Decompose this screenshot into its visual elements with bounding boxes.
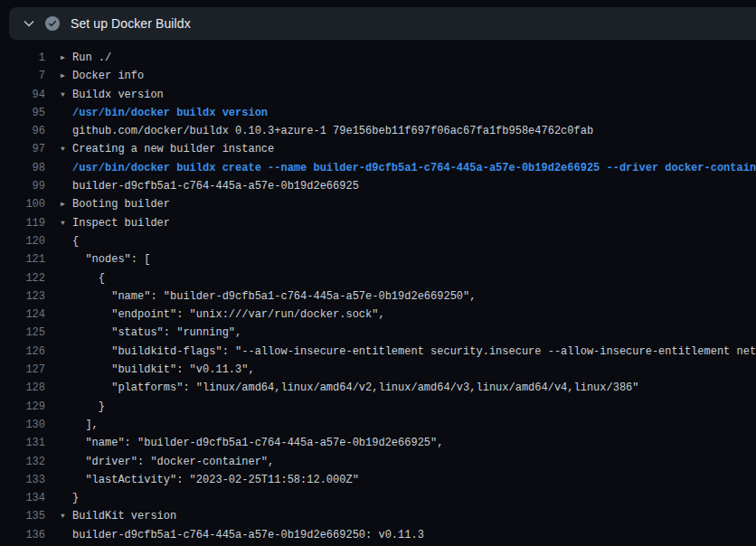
line-number[interactable]: 100	[0, 195, 45, 213]
caret-icon	[61, 489, 72, 507]
log-line: 125 "status": "running",	[0, 324, 756, 342]
log-text: {	[72, 269, 105, 287]
log-text: "driver": "docker-container",	[72, 453, 274, 471]
line-number[interactable]: 126	[0, 343, 45, 361]
log-viewer: Set up Docker Buildx 1 ▶ Run ./ 7 ▶ Dock…	[0, 7, 756, 544]
caret-icon	[61, 434, 72, 452]
line-number[interactable]: 129	[0, 398, 45, 416]
caret-icon	[61, 177, 72, 195]
line-number[interactable]: 121	[0, 250, 45, 268]
line-number[interactable]: 131	[0, 434, 45, 452]
caret-icon: ▶	[61, 67, 72, 85]
log-text: builder-d9cfb5a1-c764-445a-a57e-0b19d2e6…	[72, 177, 359, 195]
caret-icon	[61, 453, 72, 471]
line-number[interactable]: 96	[0, 122, 45, 140]
log-text: Inspect builder	[72, 214, 170, 232]
caret-icon	[61, 232, 72, 250]
log-text: Creating a new builder instance	[72, 140, 274, 158]
log-line: 127 "buildkit": "v0.11.3",	[0, 361, 756, 379]
line-number[interactable]: 122	[0, 269, 45, 287]
line-number[interactable]: 94	[0, 86, 45, 104]
log-text: builder-d9cfb5a1-c764-445a-a57e-0b19d2e6…	[72, 526, 424, 544]
line-number[interactable]: 132	[0, 453, 45, 471]
caret-icon	[61, 416, 72, 434]
log-group-header[interactable]: 1 ▶ Run ./	[0, 49, 756, 67]
log-text: "name": "builder-d9cfb5a1-c764-445a-a57e…	[72, 287, 476, 306]
chevron-down-icon[interactable]	[22, 16, 36, 31]
line-number[interactable]: 127	[0, 361, 45, 379]
caret-icon	[61, 398, 72, 416]
log-text: Buildx version	[72, 86, 164, 104]
caret-icon	[61, 306, 72, 324]
log-line: 99 builder-d9cfb5a1-c764-445a-a57e-0b19d…	[0, 177, 756, 195]
caret-icon: ▼	[61, 214, 72, 232]
line-number[interactable]: 119	[0, 214, 45, 232]
log-text: "status": "running",	[72, 324, 241, 342]
log-line: 128 "platforms": "linux/amd64,linux/amd6…	[0, 379, 756, 397]
log-lines: 1 ▶ Run ./ 7 ▶ Docker info 94 ▼ Buildx v…	[0, 49, 756, 544]
log-group-header[interactable]: 94 ▼ Buildx version	[0, 86, 756, 104]
log-text: github.com/docker/buildx 0.10.3+azure-1 …	[72, 122, 593, 140]
line-number[interactable]: 124	[0, 306, 45, 324]
line-number[interactable]: 97	[0, 140, 45, 158]
line-number[interactable]: 128	[0, 379, 45, 397]
log-line: 126 "buildkitd-flags": "--allow-insecure…	[0, 343, 756, 361]
log-line: 98 /usr/bin/docker buildx create --name …	[0, 159, 756, 177]
caret-icon: ▼	[61, 507, 72, 525]
caret-icon: ▶	[61, 49, 72, 67]
step-title: Set up Docker Buildx	[71, 16, 191, 31]
caret-icon: ▼	[61, 86, 72, 104]
line-number[interactable]: 98	[0, 159, 45, 177]
log-line: 121 "nodes": [	[0, 250, 756, 268]
log-group-header[interactable]: 100 ▶ Booting builder	[0, 195, 756, 213]
caret-icon: ▼	[61, 140, 72, 158]
log-text: }	[72, 489, 79, 507]
log-text: Run ./	[72, 49, 111, 67]
caret-icon	[61, 526, 72, 544]
log-line: 96 github.com/docker/buildx 0.10.3+azure…	[0, 122, 756, 140]
line-number[interactable]: 123	[0, 287, 45, 306]
line-number[interactable]: 125	[0, 324, 45, 342]
log-line: 129 }	[0, 398, 756, 416]
caret-icon	[61, 343, 72, 361]
log-text: BuildKit version	[72, 507, 176, 525]
line-number[interactable]: 7	[0, 67, 45, 85]
log-text: /usr/bin/docker buildx version	[72, 104, 268, 122]
log-group-header[interactable]: 135 ▼ BuildKit version	[0, 507, 756, 525]
line-number[interactable]: 1	[0, 49, 45, 67]
log-text: {	[72, 232, 79, 250]
caret-icon	[61, 471, 72, 489]
line-number[interactable]: 95	[0, 104, 45, 122]
log-text: "buildkitd-flags": "--allow-insecure-ent…	[72, 343, 756, 361]
check-circle-icon	[45, 16, 60, 31]
log-line: 133 "lastActivity": "2023-02-25T11:58:12…	[0, 471, 756, 489]
caret-icon	[61, 104, 72, 122]
log-line: 120 {	[0, 232, 756, 250]
caret-icon	[61, 122, 72, 140]
line-number[interactable]: 135	[0, 507, 45, 525]
line-number[interactable]: 136	[0, 526, 45, 544]
log-line: 124 "endpoint": "unix:///var/run/docker.…	[0, 306, 756, 324]
caret-icon	[61, 361, 72, 379]
log-text: /usr/bin/docker buildx create --name bui…	[72, 159, 756, 177]
log-line: 95 /usr/bin/docker buildx version	[0, 104, 756, 122]
log-group-header[interactable]: 97 ▼ Creating a new builder instance	[0, 140, 756, 158]
caret-icon	[61, 287, 72, 306]
log-group-header[interactable]: 119 ▼ Inspect builder	[0, 214, 756, 232]
line-number[interactable]: 133	[0, 471, 45, 489]
step-header[interactable]: Set up Docker Buildx	[9, 7, 756, 40]
log-line: 132 "driver": "docker-container",	[0, 453, 756, 471]
log-text: }	[72, 398, 105, 416]
line-number[interactable]: 134	[0, 489, 45, 507]
log-text: "buildkit": "v0.11.3",	[72, 361, 255, 379]
log-text: "platforms": "linux/amd64,linux/amd64/v2…	[72, 379, 639, 397]
line-number[interactable]: 99	[0, 177, 45, 195]
log-text: "nodes": [	[72, 250, 150, 268]
caret-icon: ▶	[61, 195, 72, 213]
log-group-header[interactable]: 7 ▶ Docker info	[0, 67, 756, 85]
line-number[interactable]: 120	[0, 232, 45, 250]
log-text: Booting builder	[72, 195, 170, 213]
log-line: 122 {	[0, 269, 756, 287]
caret-icon	[61, 159, 72, 177]
line-number[interactable]: 130	[0, 416, 45, 434]
